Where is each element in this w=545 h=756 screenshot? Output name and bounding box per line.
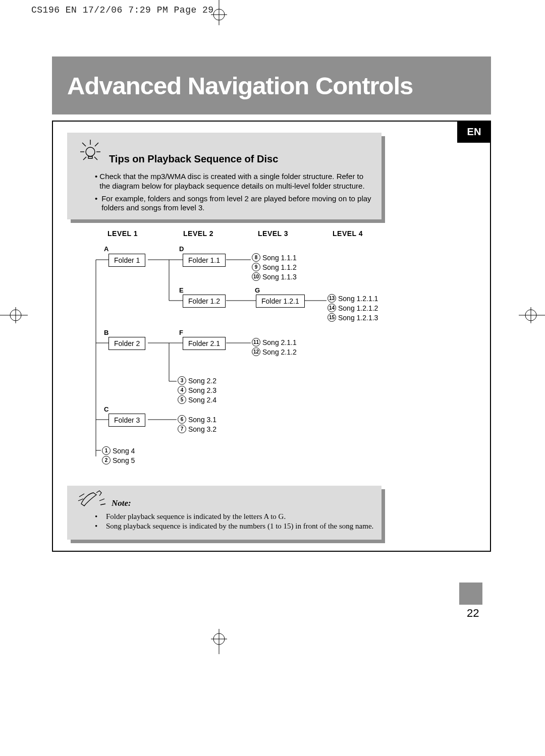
level-header: LEVEL 4 xyxy=(333,229,363,238)
note-item: Song playback sequence is indicated by t… xyxy=(106,522,373,531)
page-number: 22 xyxy=(467,607,479,620)
svg-line-38 xyxy=(79,494,84,497)
song-item: 15Song 1.2.1.3 xyxy=(328,313,378,322)
song-number: 5 xyxy=(178,395,186,404)
song-item: 1Song 4 xyxy=(102,446,135,455)
note-panel: Note: •Folder playback sequence is indic… xyxy=(67,486,382,540)
svg-line-14 xyxy=(82,143,86,146)
song-group: 11Song 2.1.112Song 2.1.2 xyxy=(252,338,297,356)
chapter-title: Advanced Navigation Controls xyxy=(67,72,413,100)
folder-node: Folder 2 xyxy=(108,337,145,350)
note-list: •Folder playback sequence is indicated b… xyxy=(95,512,373,532)
folder-node: Folder 1.1 xyxy=(183,254,226,267)
song-item: 12Song 2.1.2 xyxy=(252,347,297,356)
song-item: 6Song 3.1 xyxy=(178,415,216,424)
song-item: 11Song 2.1.1 xyxy=(252,338,297,346)
song-item: 3Song 2.2 xyxy=(178,376,216,385)
song-group: 1Song 42Song 5 xyxy=(102,446,135,464)
song-number: 12 xyxy=(252,347,260,356)
tip-item: Check that the mp3/WMA disc is created w… xyxy=(99,172,375,191)
level-header: LEVEL 2 xyxy=(183,229,213,238)
svg-line-40 xyxy=(99,499,104,501)
note-item: Folder playback sequence is indicated by… xyxy=(106,512,286,521)
song-title: Song 2.2 xyxy=(188,377,216,385)
song-number: 8 xyxy=(252,253,260,262)
song-title: Song 1.2.1.1 xyxy=(338,295,378,303)
song-title: Song 2.3 xyxy=(188,386,216,394)
song-number: 7 xyxy=(178,425,186,433)
seq-letter: D xyxy=(179,245,184,253)
seq-letter: G xyxy=(255,286,260,294)
song-item: 10Song 1.1.3 xyxy=(252,272,297,281)
seq-letter: C xyxy=(104,405,108,413)
tip-item: For example, folders and songs from leve… xyxy=(101,194,375,213)
lightbulb-icon xyxy=(77,137,103,163)
seq-letter: F xyxy=(179,329,183,336)
song-title: Song 1.2.1.2 xyxy=(338,304,378,312)
svg-line-41 xyxy=(100,504,105,505)
song-title: Song 4 xyxy=(113,447,135,455)
level-header: LEVEL 3 xyxy=(258,229,288,238)
svg-line-19 xyxy=(94,157,97,160)
song-item: 4Song 2.3 xyxy=(178,386,216,394)
song-group: 6Song 3.17Song 3.2 xyxy=(178,415,216,433)
song-number: 11 xyxy=(252,338,260,346)
song-title: Song 2.4 xyxy=(188,396,216,404)
song-number: 4 xyxy=(178,386,186,394)
song-title: Song 3.1 xyxy=(188,416,216,424)
song-title: Song 5 xyxy=(113,456,135,464)
song-item: 8Song 1.1.1 xyxy=(252,253,297,262)
song-item: 13Song 1.2.1.1 xyxy=(328,294,378,303)
song-title: Song 2.1.1 xyxy=(262,338,297,346)
level-header: LEVEL 1 xyxy=(107,229,138,238)
song-number: 14 xyxy=(328,304,336,312)
folder-tree: A B C D E F G Folder 1 Folder 2 Folder 3… xyxy=(86,242,484,489)
song-item: 5Song 2.4 xyxy=(178,395,216,404)
song-number: 9 xyxy=(252,263,260,271)
song-title: Song 3.2 xyxy=(188,425,216,433)
song-number: 6 xyxy=(178,415,186,424)
song-item: 7Song 3.2 xyxy=(178,425,216,433)
song-number: 1 xyxy=(102,446,111,455)
song-group: 8Song 1.1.19Song 1.1.210Song 1.1.3 xyxy=(252,253,297,281)
folder-node: Folder 1 xyxy=(108,254,145,267)
song-title: Song 1.1.1 xyxy=(262,254,297,262)
tips-panel: Tips on Playback Sequence of Disc •Check… xyxy=(67,133,382,219)
tips-list: •Check that the mp3/WMA disc is created … xyxy=(95,172,375,216)
song-title: Song 1.1.2 xyxy=(262,263,297,271)
song-item: 2Song 5 xyxy=(102,456,135,464)
svg-line-15 xyxy=(95,143,98,146)
writing-hand-icon xyxy=(77,489,106,511)
svg-line-39 xyxy=(78,499,83,501)
song-title: Song 2.1.2 xyxy=(262,348,297,356)
page-number-box xyxy=(459,583,482,605)
song-item: 14Song 1.2.1.2 xyxy=(328,304,378,312)
folder-node: Folder 1.2.1 xyxy=(256,295,305,308)
song-group: 3Song 2.24Song 2.35Song 2.4 xyxy=(178,376,216,404)
seq-letter: A xyxy=(104,245,108,253)
song-number: 3 xyxy=(178,376,186,385)
song-title: Song 1.1.3 xyxy=(262,273,297,281)
song-number: 13 xyxy=(328,294,336,303)
svg-point-12 xyxy=(86,147,95,156)
song-number: 15 xyxy=(328,313,336,322)
song-title: Song 1.2.1.3 xyxy=(338,314,378,322)
song-number: 10 xyxy=(252,272,260,281)
folder-node: Folder 3 xyxy=(108,414,145,427)
song-number: 2 xyxy=(102,456,111,464)
tips-heading: Tips on Playback Sequence of Disc xyxy=(109,153,278,165)
svg-line-18 xyxy=(83,157,86,160)
folder-node: Folder 1.2 xyxy=(183,295,226,308)
seq-letter: B xyxy=(104,329,108,336)
song-item: 9Song 1.1.2 xyxy=(252,263,297,271)
chapter-title-bar: Advanced Navigation Controls xyxy=(52,56,491,114)
seq-letter: E xyxy=(179,286,184,294)
song-group: 13Song 1.2.1.114Song 1.2.1.215Song 1.2.1… xyxy=(328,294,378,322)
folder-node: Folder 2.1 xyxy=(183,337,226,350)
note-heading: Note: xyxy=(112,498,131,508)
